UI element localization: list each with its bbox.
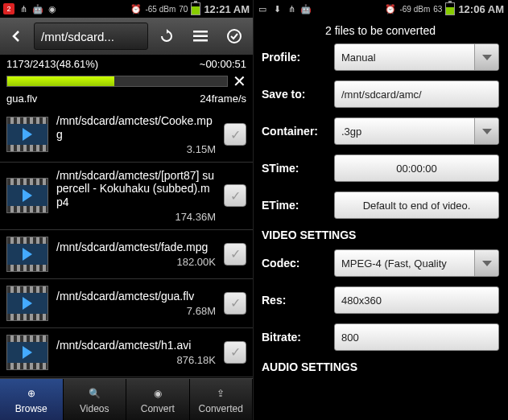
alarm-icon: ⏰ (385, 3, 396, 14)
video-thumbnail-icon (6, 237, 48, 272)
svg-point-3 (228, 30, 241, 43)
file-path: /mnt/sdcard/amctest/fade.mpg (56, 241, 216, 254)
tab-label: Browse (15, 403, 47, 414)
fps-display: 24frame/s (200, 93, 246, 105)
video-thumbnail-icon (6, 286, 48, 321)
status-bar: 2 ⋔ 🤖 ◉ ⏰ -65 dBm 70 12:21 AM (0, 0, 253, 18)
bitrate-field[interactable]: 800 (334, 323, 499, 351)
chevron-down-icon (474, 118, 498, 144)
check-button[interactable] (219, 23, 250, 50)
battery-text: 70 (179, 5, 188, 14)
progress-counter: 1173/2413(48.61%) (6, 58, 98, 70)
menu-button[interactable] (185, 23, 216, 50)
progress-eta: ~00:00:51 (200, 58, 246, 70)
container-label: Container: (262, 125, 328, 138)
cancel-button[interactable]: ✕ (233, 72, 246, 91)
chevron-down-icon (474, 44, 498, 70)
search-icon: 🔍 (86, 385, 102, 401)
tab-label: Converted (199, 403, 243, 414)
convert-screen: ▭ ⬇ ⋔ 🤖 ⏰ -69 dBm 63 12:06 AM 2 files to… (254, 0, 507, 420)
usb-icon: ⋔ (286, 3, 297, 14)
video-thumbnail-icon (6, 178, 48, 213)
audio-settings-heading: AUDIO SETTINGS (262, 360, 499, 373)
stime-field[interactable]: 00:00:00 (334, 154, 499, 182)
signal-strength: -69 dBm (399, 5, 430, 14)
svg-rect-1 (193, 35, 208, 38)
battery-text: 63 (433, 5, 442, 14)
file-size: 7.68M (56, 305, 216, 317)
saveto-field[interactable]: /mnt/sdcard/amc/ (334, 80, 499, 108)
list-item[interactable]: /mnt/sdcard/amctest/gua.flv7.68M ✓ (0, 279, 253, 328)
tab-browse[interactable]: ⊕ Browse (0, 379, 64, 420)
res-label: Res: (262, 294, 328, 307)
browse-icon: ⊕ (23, 385, 39, 401)
file-path: /mnt/sdcard/amctest/h1.avi (56, 339, 216, 352)
android-icon: 🤖 (32, 3, 43, 14)
tab-videos[interactable]: 🔍 Videos (64, 379, 127, 420)
tab-label: Convert (141, 403, 175, 414)
bitrate-label: Bitrate: (262, 331, 328, 344)
notification-badge: 2 (3, 3, 14, 14)
clock: 12:06 AM (458, 3, 504, 15)
tab-convert[interactable]: ◉ Convert (126, 379, 190, 420)
list-item[interactable]: /mnt/sdcard/amctest/[port87] supercell -… (0, 163, 253, 230)
video-settings-heading: VIDEO SETTINGS (262, 229, 499, 241)
file-checkbox[interactable]: ✓ (224, 184, 246, 207)
list-item[interactable]: /mnt/sdcard/amctest/fade.mpg182.00K ✓ (0, 230, 253, 279)
android-icon: 🤖 (300, 3, 312, 14)
profile-dropdown[interactable]: Manual (334, 43, 499, 71)
back-button[interactable] (3, 23, 31, 50)
file-size: 876.18K (56, 354, 216, 366)
codec-label: Codec: (262, 257, 328, 270)
saveto-label: Save to: (262, 88, 328, 101)
current-file: gua.flv (6, 93, 37, 105)
etime-field[interactable]: Default to end of video. (334, 191, 499, 219)
list-item[interactable]: /mnt/sdcard/amctest/Cooke.mpg3.15M ✓ (0, 108, 253, 163)
convert-header: 2 files to be converted (254, 18, 507, 43)
res-field[interactable]: 480x360 (334, 286, 499, 314)
video-thumbnail-icon (6, 335, 48, 370)
file-checkbox[interactable]: ✓ (224, 341, 246, 364)
signal-strength: -65 dBm (145, 5, 176, 14)
convert-icon: ◉ (150, 385, 166, 401)
codec-dropdown[interactable]: MPEG-4 (Fast, Quality (334, 249, 499, 277)
battery-icon (191, 2, 200, 15)
file-path: /mnt/sdcard/amctest/Cooke.mpg (56, 114, 216, 142)
svg-rect-2 (193, 39, 208, 42)
refresh-button[interactable] (151, 23, 182, 50)
stime-label: STime: (262, 162, 328, 175)
list-item[interactable]: /mnt/sdcard/amctest/h1.avi876.18K ✓ (0, 328, 253, 377)
alarm-icon: ⏰ (130, 3, 142, 14)
profile-label: Profile: (262, 51, 328, 64)
battery-icon (445, 2, 455, 15)
file-size: 174.36M (56, 211, 216, 223)
file-path: /mnt/sdcard/amctest/gua.flv (56, 290, 216, 303)
file-list[interactable]: /mnt/sdcard/amctest/Cooke.mpg3.15M ✓ /mn… (0, 108, 253, 378)
status-bar: ▭ ⬇ ⋔ 🤖 ⏰ -69 dBm 63 12:06 AM (254, 0, 507, 18)
file-checkbox[interactable]: ✓ (224, 292, 246, 315)
file-path: /mnt/sdcard/amctest/[port87] supercell -… (56, 169, 216, 209)
progress-area: 1173/2413(48.61%) ~00:00:51 ✕ gua.flv 24… (0, 55, 253, 108)
path-display[interactable]: /mnt/sdcard... (34, 23, 148, 50)
card-icon: ▭ (257, 3, 268, 14)
browse-screen: 2 ⋔ 🤖 ◉ ⏰ -65 dBm 70 12:21 AM /mnt/sdcar… (0, 0, 254, 420)
tab-converted[interactable]: ⇪ Converted (190, 379, 254, 420)
converted-icon: ⇪ (213, 385, 229, 401)
chevron-down-icon (474, 250, 498, 276)
etime-label: ETime: (262, 199, 328, 212)
clock: 12:21 AM (204, 3, 250, 15)
file-size: 182.00K (56, 256, 216, 268)
app-icon: ◉ (47, 3, 58, 14)
file-checkbox[interactable]: ✓ (224, 123, 246, 146)
file-size: 3.15M (56, 143, 216, 155)
container-dropdown[interactable]: .3gp (334, 117, 499, 145)
toolbar: /mnt/sdcard... (0, 18, 253, 55)
video-thumbnail-icon (6, 117, 48, 152)
convert-form: Profile: Manual Save to: /mnt/sdcard/amc… (254, 43, 507, 381)
usb-icon: ⋔ (18, 3, 29, 14)
bottom-tabs: ⊕ Browse 🔍 Videos ◉ Convert ⇪ Converted (0, 378, 253, 420)
download-icon: ⬇ (271, 3, 283, 14)
file-checkbox[interactable]: ✓ (224, 243, 246, 266)
tab-label: Videos (80, 403, 109, 414)
svg-rect-0 (193, 31, 208, 33)
